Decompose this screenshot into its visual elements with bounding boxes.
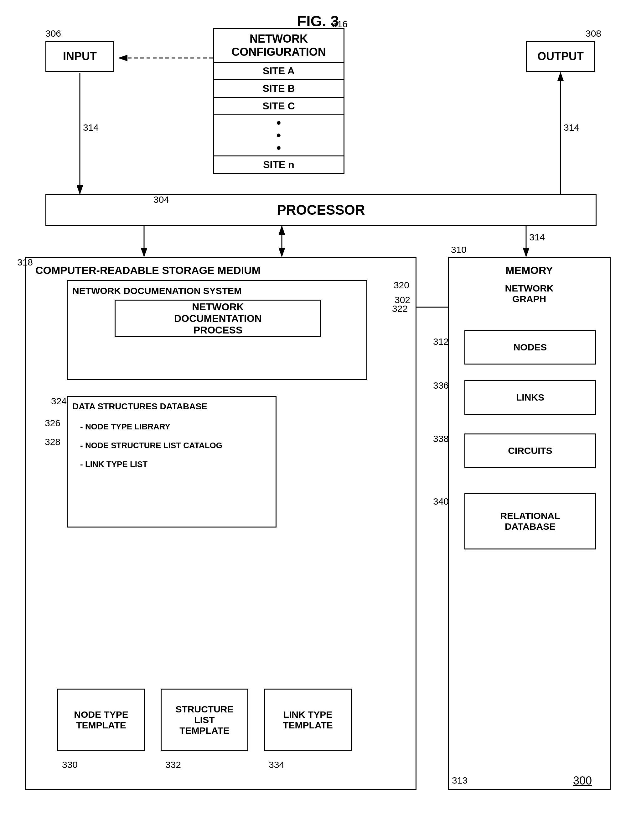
structure-list-template-box: STRUCTURELISTTEMPLATE [161, 688, 248, 751]
network-graph-label: NETWORKGRAPH [505, 283, 554, 304]
nds-label: NETWORK DOCUMENATION SYSTEM [72, 286, 242, 296]
storage-medium-outer: COMPUTER-READABLE STORAGE MEDIUM NETWORK… [25, 257, 417, 790]
link-type-template-box: LINK TYPETEMPLATE [264, 688, 352, 751]
ref-328: 328 [45, 437, 60, 447]
ref-336: 336 [433, 380, 449, 391]
dots-row: ••• [213, 115, 345, 156]
network-config-container: NETWORKCONFIGURATION SITE A SITE B SITE … [213, 28, 345, 174]
processor-box: PROCESSOR [46, 194, 597, 226]
dsd-item-3: - LINK TYPE LIST [80, 459, 148, 469]
ref-340: 340 [433, 496, 449, 507]
ref-304: 304 [153, 194, 169, 205]
circuits-box: CIRCUITS [464, 433, 596, 468]
ref-318: 318 [17, 257, 33, 268]
relational-database-box: RELATIONALDATABASE [464, 493, 596, 549]
ref-330: 330 [62, 759, 78, 770]
ndp-box: NETWORKDOCUMENTATIONPROCESS [115, 300, 321, 337]
nds-box: NETWORK DOCUMENATION SYSTEM NETWORKDOCUM… [67, 280, 367, 380]
ref-314a: 314 [83, 122, 99, 133]
dsd-item-1: - NODE TYPE LIBRARY [80, 422, 170, 432]
output-box: OUTPUT [526, 41, 595, 72]
ref-314b: 314 [564, 122, 579, 133]
ref-338: 338 [433, 433, 449, 444]
memory-label: MEMORY [505, 264, 553, 276]
ref-314c: 314 [529, 232, 545, 243]
ref-326: 326 [45, 418, 60, 428]
diagram: FIG. 3 INPUT 306 OUTPUT 308 NETWORKCONFI… [0, 0, 636, 840]
site-c-row: SITE C [213, 98, 345, 115]
ref-313: 313 [452, 775, 468, 786]
dsd-item-2: - NODE STRUCTURE LIST CATALOG [80, 441, 222, 450]
links-box: LINKS [464, 380, 596, 415]
ref-310: 310 [451, 245, 467, 255]
input-box: INPUT [46, 41, 114, 72]
nodes-box: NODES [464, 330, 596, 365]
ref-312: 312 [433, 336, 449, 347]
ref-334: 334 [269, 759, 284, 770]
site-n-row: SITE n [213, 156, 345, 174]
dsd-box: DATA STRUCTURES DATABASE - NODE TYPE LIB… [67, 396, 277, 527]
ref-320: 320 [394, 280, 409, 291]
network-config-title: NETWORKCONFIGURATION [213, 28, 345, 63]
ref-302: 302 [395, 295, 410, 305]
site-b-row: SITE B [213, 80, 345, 98]
node-type-template-box: NODE TYPETEMPLATE [57, 688, 145, 751]
ref-300: 300 [573, 774, 592, 787]
ref-308: 308 [586, 28, 601, 39]
ref-324: 324 [51, 396, 67, 407]
site-a-row: SITE A [213, 63, 345, 80]
dsd-label: DATA STRUCTURES DATABASE [72, 401, 207, 412]
ref-306: 306 [46, 28, 61, 39]
storage-medium-label: COMPUTER-READABLE STORAGE MEDIUM [35, 264, 261, 276]
memory-outer: MEMORY NETWORKGRAPH NODES LINKS CIRCUITS… [448, 257, 611, 790]
ref-332: 332 [165, 759, 181, 770]
ref-316: 316 [332, 19, 348, 30]
